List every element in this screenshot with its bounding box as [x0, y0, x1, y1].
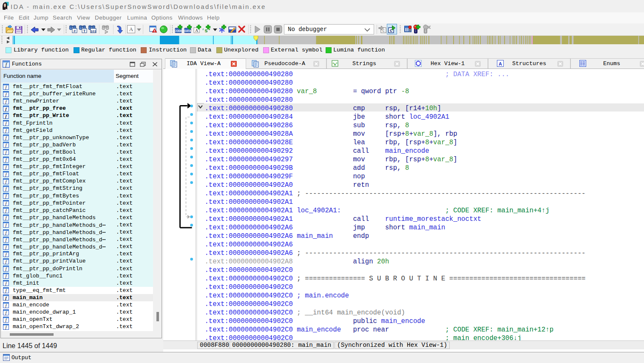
- svg-text:A: A: [129, 26, 133, 32]
- svg-text:#: #: [74, 29, 76, 33]
- svg-text:CODE: CODE: [175, 29, 183, 32]
- svg-text:‘s’: ‘s’: [203, 28, 211, 34]
- svg-text:101: 101: [91, 29, 96, 33]
- svg-text:T: T: [83, 29, 86, 33]
- svg-text:DATA: DATA: [184, 29, 191, 32]
